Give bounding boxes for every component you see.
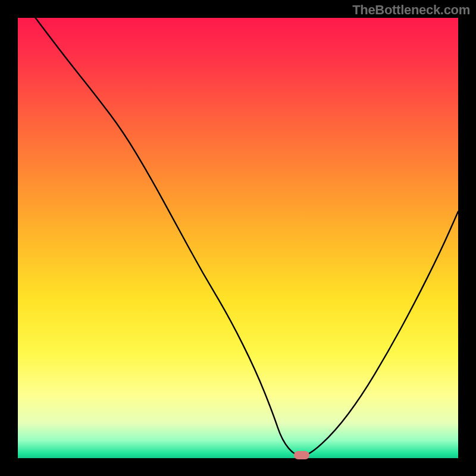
chart-plot-area — [18, 18, 458, 458]
optimal-point-marker — [294, 451, 309, 459]
watermark-label: TheBottleneck.com — [352, 2, 470, 18]
bottleneck-curve-line — [18, 18, 458, 458]
